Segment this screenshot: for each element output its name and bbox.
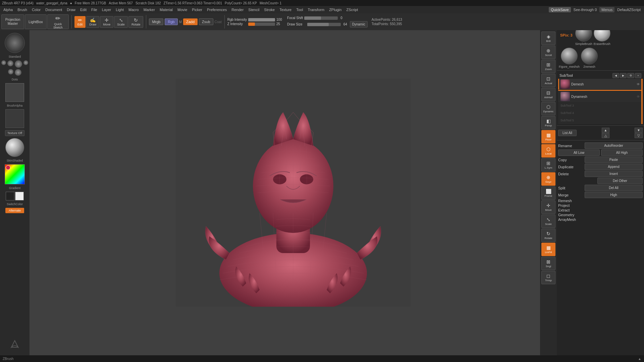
subtool-close[interactable]: × — [635, 73, 641, 78]
menu-edit[interactable]: Edit — [78, 7, 89, 12]
see-through-btn[interactable]: See-through 0 — [572, 7, 599, 12]
quick-sketch-button[interactable]: ✏ Quick Sketch — [47, 14, 69, 29]
move-button[interactable]: ✛ Move — [100, 16, 113, 28]
actual-button[interactable]: ⊡ Actual — [541, 74, 555, 87]
all-low-button[interactable]: All Low — [558, 149, 600, 156]
menus-btn[interactable]: Menus — [599, 7, 614, 12]
persp-button[interactable]: ◧ Persp — [541, 116, 555, 129]
dot-brush-5[interactable] — [8, 69, 13, 74]
menu-color[interactable]: Color — [30, 7, 43, 12]
menu-draw[interactable]: Draw — [65, 7, 77, 12]
dynamic-view-button[interactable]: ⬡ Dynamic — [541, 102, 555, 115]
menu-render[interactable]: Render — [229, 7, 246, 12]
subtool-eye-2[interactable]: 👁 — [637, 95, 640, 99]
texture-off-button[interactable]: Texture Off — [5, 130, 24, 136]
draw-button[interactable]: ✍ Draw — [86, 16, 99, 28]
menu-preferences[interactable]: Preferences — [205, 7, 229, 12]
brill-button[interactable]: ◈ Brill — [541, 32, 555, 45]
menu-texture[interactable]: Texture — [277, 7, 293, 12]
menu-movie[interactable]: Movie — [175, 7, 189, 12]
rgb-intensity-slider[interactable] — [248, 18, 275, 21]
insert-button[interactable]: Insert — [585, 171, 643, 177]
del-other-button[interactable]: Del Other — [597, 178, 643, 184]
high-button[interactable]: High — [585, 192, 643, 198]
menu-marker[interactable]: Marker — [142, 7, 157, 12]
scroll-button[interactable]: ⊕ Scroll — [541, 46, 555, 59]
lsym-button[interactable]: ⊞ L.Sym — [541, 158, 555, 172]
dynamic-button[interactable]: Dynamic — [350, 21, 368, 27]
subtool-item-2[interactable]: Dynamesh 👁 — [558, 91, 641, 102]
alternate-button[interactable]: Alternate — [5, 208, 24, 213]
lightbox-button[interactable]: LightBox — [25, 14, 47, 29]
rotate-rt-button[interactable]: ↻ Rotate — [541, 229, 555, 242]
rgb-button[interactable]: Rgb — [165, 18, 177, 25]
subtool-item-4[interactable]: SubTool 4 — [558, 109, 641, 117]
menu-tool[interactable]: Tool — [294, 7, 305, 12]
append-button[interactable]: Append — [585, 164, 643, 170]
zremesh-item[interactable]: Zremesh — [581, 48, 598, 68]
focal-shift-slider[interactable] — [304, 16, 338, 20]
background-color[interactable] — [15, 192, 24, 200]
brush-preview[interactable] — [5, 33, 25, 53]
dot-brush-1[interactable] — [1, 60, 6, 65]
zadd-button[interactable]: Zadd — [183, 18, 198, 25]
aahalf-button[interactable]: ⊟ AAHalf — [541, 88, 555, 101]
del-all-button[interactable]: Del All — [585, 185, 643, 191]
menu-stencil[interactable]: Stencil — [246, 7, 261, 12]
subtool-toggle-2[interactable]: ▶ — [620, 73, 627, 78]
auto-reorder-button[interactable]: AutoReorder — [585, 142, 643, 149]
figure-mesh-item[interactable]: Figure_meshsh — [559, 48, 580, 68]
menu-macro[interactable]: Macro — [126, 7, 141, 12]
subtool-item-1[interactable]: Demesh 👁 — [558, 79, 641, 89]
dot-brush-6[interactable] — [15, 69, 21, 76]
local-button[interactable]: ⬡ Local — [541, 144, 555, 158]
list-arrow-down[interactable]: ▼ — [635, 128, 643, 133]
material-preview[interactable] — [5, 138, 24, 157]
move-rt-button[interactable]: ✛ Move — [541, 200, 555, 214]
scale-button[interactable]: ⤡ Scale — [114, 16, 128, 28]
default-zscript-btn[interactable]: DefaultZScript — [615, 7, 643, 12]
zoom-button[interactable]: ⊞ Zoom — [541, 60, 555, 73]
menu-stroke[interactable]: Stroke — [262, 7, 277, 12]
menu-alpha[interactable]: Alpha — [1, 7, 15, 12]
sngl-button[interactable]: ⊠ Sngl — [541, 257, 555, 270]
menu-brush[interactable]: Brush — [15, 7, 29, 12]
all-high-button[interactable]: All High — [601, 149, 643, 156]
z-intensity-slider[interactable] — [248, 22, 275, 26]
texture-preview[interactable] — [5, 109, 24, 128]
subtool-header[interactable]: SubTool — [559, 73, 573, 78]
color-picker[interactable] — [5, 164, 25, 184]
zsub-button[interactable]: Zsub — [199, 18, 213, 25]
dot-brush-3[interactable] — [15, 60, 22, 68]
brush-alpha[interactable] — [5, 83, 24, 102]
foreground-color[interactable] — [6, 192, 14, 200]
list-arrow-down2[interactable]: ▽ — [635, 133, 643, 138]
linfill-button[interactable]: ▦ LinFill — [541, 243, 555, 256]
list-arrow-up[interactable]: ▲ — [602, 128, 610, 133]
menu-light[interactable]: Light — [114, 7, 126, 12]
quicksave-btn[interactable]: QuickSave — [549, 7, 571, 12]
paste-button[interactable]: Paste — [585, 157, 643, 163]
floor-button[interactable]: ▦ Floor — [541, 130, 555, 143]
menu-picker[interactable]: Picker — [190, 7, 204, 12]
edit-button[interactable]: ✏ Edit — [74, 16, 86, 28]
dot-brush-4[interactable] — [23, 60, 28, 65]
frame-button[interactable]: ⬜ Frame — [541, 186, 555, 200]
menu-transform[interactable]: Transform — [306, 7, 326, 12]
list-arrow-up2[interactable]: △ — [602, 133, 610, 138]
mrgb-button[interactable]: Mrgb — [149, 18, 163, 25]
menu-document[interactable]: Document — [43, 7, 64, 12]
canvas-area[interactable] — [30, 30, 557, 355]
subtool-toggle-1[interactable]: ◀ — [612, 73, 619, 78]
projection-master-button[interactable]: Projection Master — [1, 14, 24, 29]
menu-layer[interactable]: Layer — [100, 7, 113, 12]
menu-material[interactable]: Material — [158, 7, 175, 12]
model-viewport[interactable] — [176, 79, 411, 307]
subtool-item-5[interactable]: SubTool 5 — [558, 117, 641, 124]
subtool-item-3[interactable]: SubTool 3 — [558, 102, 641, 109]
menu-file[interactable]: File — [89, 7, 99, 12]
draw-size-slider[interactable] — [307, 23, 341, 26]
gxyz-button[interactable]: ⊕ Gxyz — [541, 172, 555, 186]
menu-zscript[interactable]: ZScript — [344, 7, 360, 12]
trnsp-button[interactable]: ◻ Trnsp — [541, 271, 555, 284]
